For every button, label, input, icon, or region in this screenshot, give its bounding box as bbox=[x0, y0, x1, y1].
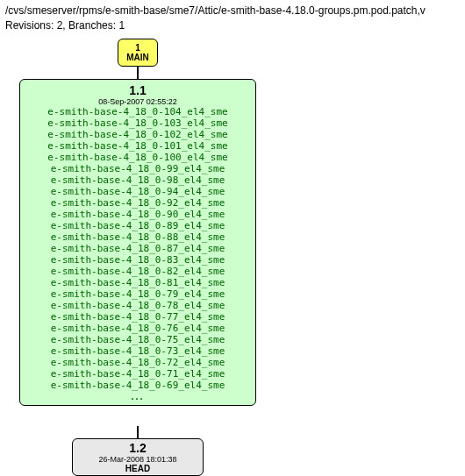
rev1-tag: e-smith-base-4_18_0-98_el4_sme bbox=[25, 174, 250, 186]
rev1-tag: e-smith-base-4_18_0-103_el4_sme bbox=[25, 117, 250, 129]
rev1-tag: e-smith-base-4_18_0-87_el4_sme bbox=[25, 243, 250, 254]
rev1-date: 08-Sep-2007 02:55:22 bbox=[25, 97, 250, 106]
rev1-tag: e-smith-base-4_18_0-92_el4_sme bbox=[25, 197, 250, 209]
graph-canvas: 1 MAIN 1.1 08-Sep-2007 02:55:22 e-smith-… bbox=[0, 37, 465, 476]
edge-main-rev1 bbox=[137, 67, 139, 79]
edge-rev1-rev2 bbox=[137, 426, 139, 438]
rev1-tag: e-smith-base-4_18_0-81_el4_sme bbox=[25, 277, 250, 288]
node-main-label: MAIN bbox=[126, 53, 149, 62]
rev1-tag: e-smith-base-4_18_0-78_el4_sme bbox=[25, 300, 250, 311]
rev1-tag: e-smith-base-4_18_0-90_el4_sme bbox=[25, 209, 250, 220]
rev1-tag: e-smith-base-4_18_0-77_el4_sme bbox=[25, 311, 250, 323]
node-rev2[interactable]: 1.2 26-Mar-2008 18:01:38 HEAD bbox=[72, 438, 204, 476]
rev2-number: 1.2 bbox=[78, 441, 197, 455]
rev1-tag: e-smith-base-4_18_0-101_el4_sme bbox=[25, 140, 250, 152]
header: /cvs/smeserver/rpms/e-smith-base/sme7/At… bbox=[0, 0, 465, 37]
rev1-ellipsis: ... bbox=[25, 391, 250, 401]
rev2-date: 26-Mar-2008 18:01:38 bbox=[78, 455, 197, 464]
rev1-tag: e-smith-base-4_18_0-89_el4_sme bbox=[25, 220, 250, 231]
rev1-tag: e-smith-base-4_18_0-88_el4_sme bbox=[25, 231, 250, 243]
rev1-tag: e-smith-base-4_18_0-100_el4_sme bbox=[25, 152, 250, 163]
rev1-tag: e-smith-base-4_18_0-73_el4_sme bbox=[25, 345, 250, 357]
rev1-tag: e-smith-base-4_18_0-99_el4_sme bbox=[25, 163, 250, 174]
repo-stats: Revisions: 2, Branches: 1 bbox=[5, 18, 460, 33]
rev1-tag: e-smith-base-4_18_0-79_el4_sme bbox=[25, 288, 250, 300]
rev1-tag: e-smith-base-4_18_0-69_el4_sme bbox=[25, 380, 250, 391]
node-main[interactable]: 1 MAIN bbox=[118, 39, 158, 67]
node-main-num: 1 bbox=[126, 43, 149, 53]
rev1-tag: e-smith-base-4_18_0-72_el4_sme bbox=[25, 357, 250, 368]
node-rev1[interactable]: 1.1 08-Sep-2007 02:55:22 e-smith-base-4_… bbox=[19, 79, 256, 406]
rev1-tag: e-smith-base-4_18_0-76_el4_sme bbox=[25, 323, 250, 334]
rev1-tag: e-smith-base-4_18_0-83_el4_sme bbox=[25, 254, 250, 266]
rev1-tag: e-smith-base-4_18_0-75_el4_sme bbox=[25, 334, 250, 345]
rev1-tag: e-smith-base-4_18_0-94_el4_sme bbox=[25, 186, 250, 197]
rev1-tag: e-smith-base-4_18_0-71_el4_sme bbox=[25, 368, 250, 380]
rev1-tag: e-smith-base-4_18_0-102_el4_sme bbox=[25, 129, 250, 140]
rev1-tag: e-smith-base-4_18_0-104_el4_sme bbox=[25, 106, 250, 117]
repo-path: /cvs/smeserver/rpms/e-smith-base/sme7/At… bbox=[5, 4, 460, 18]
rev1-tags: e-smith-base-4_18_0-104_el4_smee-smith-b… bbox=[25, 106, 250, 391]
rev1-number: 1.1 bbox=[25, 83, 250, 97]
rev1-tag: e-smith-base-4_18_0-82_el4_sme bbox=[25, 266, 250, 277]
rev2-tag: HEAD bbox=[78, 464, 197, 473]
